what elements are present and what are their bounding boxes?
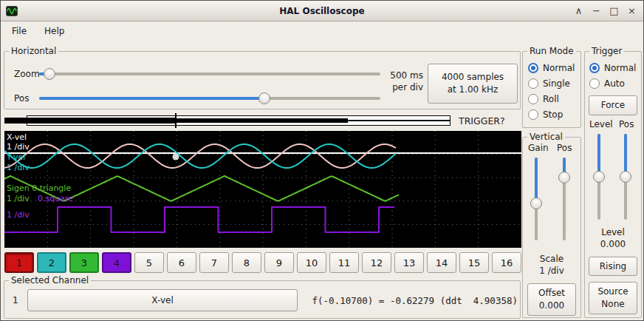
radio-unselected-icon [528, 109, 538, 120]
trigger-group-label: Trigger [589, 46, 624, 56]
svg-text:0.square: 0.square [38, 194, 73, 203]
close-button[interactable]: × [626, 4, 637, 18]
channel-button-15[interactable]: 15 [459, 252, 489, 273]
maximize-button[interactable]: □ [609, 4, 620, 18]
offset-line1: Offset [538, 287, 565, 300]
menu-file[interactable]: File [8, 24, 30, 38]
channel-button-12[interactable]: 12 [362, 252, 391, 273]
vertical-group-label: Vertical [527, 132, 565, 142]
vertical-gain-fill [535, 158, 538, 203]
timeline-canvas [4, 113, 521, 128]
samples-line1: 4000 samples [442, 71, 504, 84]
zoom-slider-handle[interactable] [44, 68, 55, 80]
radio-label: Roll [543, 94, 559, 104]
shade-button[interactable]: ∧ [573, 4, 584, 18]
timebase-unit: per div [379, 81, 423, 93]
window-title: HAL Oscilloscope [1, 1, 643, 21]
run-mode-group-label: Run Mode [527, 46, 576, 56]
offset-line2: 0.000 [539, 300, 564, 312]
channel-button-1[interactable]: 1 [4, 252, 34, 273]
trigger-source-line1: Source [597, 285, 628, 298]
vertical-gain-slider[interactable] [530, 158, 542, 240]
minimize-button[interactable]: − [591, 4, 602, 18]
zoom-slider[interactable] [39, 68, 380, 80]
svg-text:1 /div: 1 /div [7, 194, 30, 203]
channel-button-10[interactable]: 10 [297, 252, 326, 273]
hal-oscilloscope-window: HAL Oscilloscope ∧ − □ × File Help Horiz… [0, 0, 644, 321]
channel-button-5[interactable]: 5 [134, 252, 164, 273]
run-mode-options: NormalSingleRollStop [528, 60, 575, 122]
svg-text:Y-vel: Y-vel [6, 152, 25, 162]
menu-help[interactable]: Help [41, 24, 68, 38]
radio-unselected-icon [589, 78, 600, 89]
trigger-level-value: 0.000 [584, 239, 642, 249]
trigger-edge-button[interactable]: Rising [589, 257, 637, 276]
pos-slider[interactable] [39, 92, 380, 104]
trigger-level-slider[interactable] [593, 134, 605, 220]
trigger-pos-handle[interactable] [620, 171, 631, 183]
offset-button[interactable]: Offset 0.000 [527, 283, 576, 316]
channel-button-6[interactable]: 6 [167, 252, 196, 273]
selected-channel-group-label: Selected Channel [9, 275, 91, 285]
zoom-label: Zoom [14, 69, 40, 79]
vertical-gain-label: Gain [528, 143, 549, 153]
channel-button-14[interactable]: 14 [427, 252, 456, 273]
channel-button-2[interactable]: 2 [37, 252, 66, 273]
trigger-mode-options: NormalAuto [589, 60, 636, 91]
radio-label: Auto [604, 78, 625, 89]
radio-unselected-icon [528, 94, 538, 104]
timebase-value: 500 ms [379, 70, 423, 81]
channel-button-13[interactable]: 13 [394, 252, 424, 273]
radio-option-single[interactable]: Single [528, 75, 575, 91]
trigger-source-button[interactable]: Source None [589, 282, 637, 314]
channel-button-7[interactable]: 7 [199, 252, 229, 273]
channel-button-3[interactable]: 3 [69, 252, 99, 273]
vertical-pos-slider[interactable] [558, 158, 570, 240]
window-controls: ∧ − □ × [573, 1, 637, 21]
titlebar[interactable]: HAL Oscilloscope ∧ − □ × [1, 1, 643, 21]
channel-button-4[interactable]: 4 [102, 252, 131, 273]
radio-label: Normal [604, 63, 636, 73]
radio-selected-icon [528, 63, 538, 73]
svg-text:1 /div: 1 /div [7, 163, 30, 172]
radio-label: Single [543, 78, 570, 89]
channel-button-8[interactable]: 8 [232, 252, 261, 273]
radio-option-roll[interactable]: Roll [528, 91, 575, 107]
vertical-pos-label: Pos [557, 143, 572, 153]
trigger-level-label: Level [589, 119, 613, 129]
trigger-question-label: TRIGGER? [459, 115, 505, 126]
radio-unselected-icon [528, 78, 538, 89]
svg-text:Sigen 0.triangle: Sigen 0.triangle [7, 183, 71, 193]
trigger-level-handle[interactable] [593, 171, 605, 183]
channel-button-9[interactable]: 9 [264, 252, 294, 273]
svg-text:1 /div: 1 /div [7, 142, 30, 152]
radio-option-normal[interactable]: Normal [589, 60, 636, 75]
radio-selected-icon [589, 63, 600, 73]
radio-option-auto[interactable]: Auto [589, 75, 636, 91]
scale-value: 1 /div [522, 266, 581, 276]
channel-button-11[interactable]: 11 [329, 252, 359, 273]
radio-label: Normal [543, 63, 575, 73]
force-button[interactable]: Force [589, 95, 637, 115]
channel-button-16[interactable]: 16 [492, 252, 521, 273]
radio-option-stop[interactable]: Stop [528, 107, 575, 122]
zoom-slider-track [39, 72, 380, 75]
svg-text:X-vel: X-vel [7, 132, 27, 142]
timebase-readout: 500 ms per div [379, 70, 423, 93]
radio-option-normal[interactable]: Normal [528, 60, 575, 75]
channel-buttons: 12345678910111213141516 [4, 252, 521, 273]
samples-line2: at 1.00 kHz [448, 84, 499, 96]
scope-display[interactable]: X-vel1 /divY-vel1 /divSigen 0.triangle1 … [4, 131, 521, 248]
channel-readout: f(-0.10700) = -0.62279 (ddt 4.90358) [301, 295, 518, 306]
scale-label: Scale [522, 254, 581, 264]
pos-slider-handle[interactable] [258, 92, 270, 104]
timeline-overview[interactable] [4, 113, 521, 128]
channel-name-button[interactable]: X-vel [27, 289, 298, 311]
trigger-level-value-label: Level [584, 227, 642, 237]
trigger-pos-slider[interactable] [620, 134, 631, 220]
scope-canvas: X-vel1 /divY-vel1 /divSigen 0.triangle1 … [4, 131, 521, 248]
vertical-gain-handle[interactable] [530, 197, 542, 209]
vertical-pos-handle[interactable] [558, 172, 570, 183]
radio-label: Stop [543, 109, 563, 120]
samples-button[interactable]: 4000 samples at 1.00 kHz [428, 64, 518, 104]
